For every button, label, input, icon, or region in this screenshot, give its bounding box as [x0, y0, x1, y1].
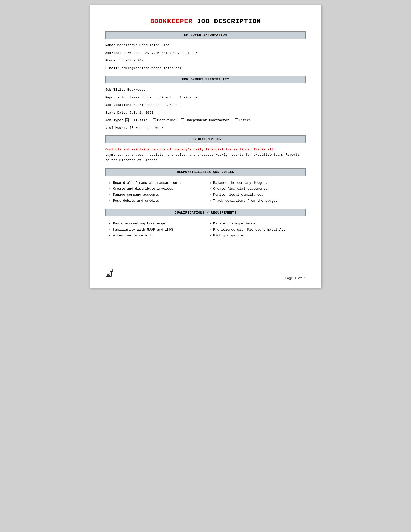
- list-item: Create financial statements;: [213, 186, 306, 192]
- list-item: Familiarity with GAAP and IFRS;: [113, 227, 206, 233]
- responsibilities-right-col: Balance the company ledger; Create finan…: [206, 180, 306, 204]
- list-item: Proficiency with Microsoft Excel;Att: [213, 227, 306, 233]
- responsibilities-left-col: Record all financial transactions; Creat…: [105, 180, 206, 204]
- email-value: admin@morristownconsulting.com: [121, 66, 181, 70]
- hours-value: 40 Hours per week: [129, 126, 164, 130]
- intern-checkbox[interactable]: ☐: [235, 118, 238, 122]
- responsibilities-right-list: Balance the company ledger; Create finan…: [208, 180, 306, 204]
- page-number: Page 1 of 1: [285, 277, 306, 280]
- parttime-checkbox[interactable]: ☐: [153, 118, 156, 122]
- qualifications-right-col: Data entry experience; Proficiency with …: [206, 221, 306, 239]
- list-item: Data entry experience;: [213, 221, 306, 226]
- intern-option: ☐ Intern: [235, 118, 251, 123]
- phone-label: Phone: [105, 59, 115, 62]
- phone-value: 555-836-5940: [119, 59, 144, 62]
- reports-to-label: Reports to: [105, 96, 125, 99]
- employer-header: EMPLOYER INFORMATION: [105, 31, 306, 39]
- footer:  e Page 1 of 1: [105, 268, 306, 280]
- employer-name-row: Name: Morristown Consulting, Inc.: [105, 43, 306, 48]
- title-black: JOB DESCRIPTION: [193, 17, 261, 25]
- list-item: Highly organized.: [213, 233, 306, 239]
- contractor-label: Independent Contractor: [185, 118, 229, 123]
- responsibilities-header: RESPONSIBILITIES AND DUTIES: [105, 168, 306, 176]
- employer-section: EMPLOYER INFORMATION Name: Morristown Co…: [105, 31, 306, 71]
- location-label: Job Location: [105, 103, 129, 107]
- responsibilities-left-list: Record all financial transactions; Creat…: [108, 180, 206, 204]
- fulltime-option: ☒ Full-time: [125, 118, 147, 123]
- list-item: Attention to detail;: [113, 233, 206, 239]
- reports-to-row: Reports to: James Johnson, Director of F…: [105, 95, 306, 100]
- list-item: Track deviations from the budget;: [213, 198, 306, 204]
- start-date-label: Start Date: [105, 111, 125, 115]
- fulltime-label: Full-time: [129, 118, 147, 123]
- hours-row: # of Hours: 40 Hours per week: [105, 125, 306, 131]
- svg-rect-2: [110, 269, 113, 271]
- employer-address-row: Address: 9876 Jones Ave., Morristown, AL…: [105, 51, 306, 56]
- qualifications-left-list: Basic accounting knowledge; Familiarity …: [108, 221, 206, 239]
- start-date-row: Start Date: July 1, 2021: [105, 110, 306, 115]
- job-type-row: Job Type: ☒ Full-time ☐ Part-time ☐ Inde…: [105, 118, 306, 123]
- document-icon:  e: [105, 268, 114, 280]
- qualifications-section: QUALIFICATIONS / REQUIREMENTS Basic acco…: [105, 209, 306, 239]
- parttime-option: ☐ Part-time: [153, 118, 175, 123]
- name-value: Morristown Consulting, Inc.: [117, 43, 172, 47]
- job-desc-text: Controls and maintains records of compan…: [105, 147, 306, 163]
- job-desc-red-text: Controls and maintains records of compan…: [105, 148, 274, 151]
- start-date-value: July 1, 2021: [129, 111, 154, 115]
- location-row: Job Location: Morristown Headquarters: [105, 103, 306, 108]
- job-desc-normal-text: payments, purchases, receipts, and sales…: [105, 153, 300, 162]
- job-desc-header: JOB DESCRIPTION: [105, 135, 306, 143]
- employer-phone-row: Phone: 555-836-5940: [105, 58, 306, 63]
- address-label: Address: [105, 51, 119, 55]
- hours-label: # of Hours: [105, 126, 125, 130]
- qualifications-header: QUALIFICATIONS / REQUIREMENTS: [105, 209, 306, 216]
- list-item: Post debits and credits;: [113, 198, 206, 204]
- address-value: 9876 Jones Ave., Morristown, AL 12345: [123, 51, 198, 55]
- job-title-value: Bookkeeper: [127, 88, 147, 92]
- reports-to-value: James Johnson, Director of Finance: [129, 96, 198, 99]
- intern-label: Intern: [239, 118, 251, 123]
- document-page: BOOKKEEPER JOB DESCRIPTION EMPLOYER INFO…: [90, 5, 321, 288]
- qualifications-right-list: Data entry experience; Proficiency with …: [208, 221, 306, 239]
- title-red: BOOKKEEPER: [150, 17, 193, 25]
- eligibility-section: EMPLOYMENT ELIGIBILITY Job Title: Bookke…: [105, 76, 306, 130]
- svg-text:e: e: [108, 275, 109, 277]
- eligibility-header: EMPLOYMENT ELIGIBILITY: [105, 76, 306, 83]
- employer-email-row: E-Mail: admin@morristownconsulting.com: [105, 66, 306, 71]
- qualifications-list: Basic accounting knowledge; Familiarity …: [105, 221, 306, 239]
- list-item: Record all financial transactions;: [113, 180, 206, 186]
- email-label: E-Mail: [105, 66, 117, 70]
- responsibilities-section: RESPONSIBILITIES AND DUTIES Record all f…: [105, 168, 306, 204]
- responsibilities-list: Record all financial transactions; Creat…: [105, 180, 306, 204]
- contractor-option: ☐ Independent Contractor: [181, 118, 229, 123]
- list-item: Basic accounting knowledge;: [113, 221, 206, 226]
- list-item: Create and distribute invoices;: [113, 186, 206, 192]
- list-item: Manage company accounts;: [113, 192, 206, 198]
- contractor-checkbox[interactable]: ☐: [181, 118, 184, 122]
- job-desc-section: JOB DESCRIPTION Controls and maintains r…: [105, 135, 306, 163]
- job-type-label: Job Type: [105, 118, 121, 122]
- parttime-label: Part-time: [157, 118, 175, 123]
- fulltime-checkbox[interactable]: ☒: [125, 118, 129, 122]
- qualifications-left-col: Basic accounting knowledge; Familiarity …: [105, 221, 206, 239]
- location-value: Morristown Headquarters: [133, 103, 179, 107]
- page-title: BOOKKEEPER JOB DESCRIPTION: [105, 17, 306, 25]
- list-item: Balance the company ledger;: [213, 180, 306, 186]
- list-item: Monitor legal compliance;: [213, 192, 306, 198]
- job-title-row: Job Title: Bookkeeper: [105, 87, 306, 93]
- name-label: Name: [105, 43, 113, 47]
- job-title-label: Job Title: [105, 88, 123, 92]
